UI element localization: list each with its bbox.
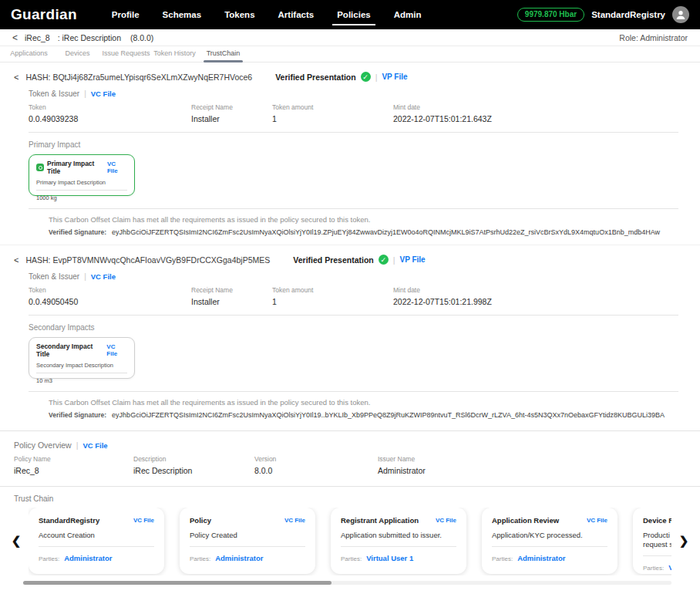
parties-link[interactable]: Administrator (517, 554, 565, 562)
tab-trustchain[interactable]: TrustChain (199, 46, 247, 62)
card-title: Device Re (643, 516, 671, 525)
carousel-right-icon[interactable]: ❯ (678, 532, 690, 549)
divider: | (84, 89, 86, 98)
card-divider (341, 546, 456, 547)
field-label: Receipt Name (191, 286, 272, 294)
tab-token-history[interactable]: Token History (150, 46, 199, 62)
hash-value: BQtJi4j68Zra5umeLYpisqr6SeXLmXZwyNqER7HV… (52, 73, 252, 82)
vc-file-link[interactable]: VC File (436, 517, 456, 524)
policy-overview-heading: Policy Overview (14, 440, 72, 450)
tab-applications[interactable]: Applications (5, 46, 53, 62)
section-divider (29, 208, 678, 209)
tab-issue-requests[interactable]: Issue Requests (102, 46, 150, 62)
trust-chain-card-registrant-application: Registrant Application VC File Applicati… (331, 508, 466, 574)
vc-file-link[interactable]: VC File (107, 160, 127, 174)
impact-card-description: Secondary Impact Description (36, 362, 127, 369)
tab-devices[interactable]: Devices (53, 46, 102, 62)
hash-value: EvpPT8VMNWvqcQhcAFIoavVGyB9FDrCCXGga4bjP… (52, 255, 270, 265)
field-label: Policy Name (14, 455, 133, 463)
field-label: Token amount (272, 286, 393, 294)
signature-value: eyJhbGciOiJFZERTQSIsImI2NCI6ZmFsc2UsImNy… (112, 411, 665, 419)
parties-link[interactable]: Virtual User 1 (366, 554, 413, 562)
impact-heading: Secondary Impacts (29, 323, 700, 332)
impact-heading: Primary Impact (29, 140, 700, 149)
field-label: Token (29, 286, 191, 294)
nav-item-policies[interactable]: Policies (337, 0, 370, 29)
nav-item-profile[interactable]: Profile (112, 0, 140, 29)
field-label: Description (133, 455, 254, 463)
token-issuer-label: Token & Issuer (29, 272, 79, 281)
section-divider (29, 391, 678, 392)
impact-token-icon (36, 164, 44, 171)
nav-item-artifacts[interactable]: Artifacts (278, 0, 315, 29)
card-description: Application/KYC processed. (492, 531, 607, 540)
vc-file-link[interactable]: VC File (106, 343, 127, 357)
field-value: 2022-12-07T15:01:21.643Z (393, 114, 700, 123)
user-avatar-icon (675, 8, 687, 21)
nav-item-schemas[interactable]: Schemas (163, 0, 202, 29)
hbar-balance-badge: 9979.870 Hbar (517, 8, 584, 22)
vp-file-link[interactable]: VP File (399, 255, 425, 264)
parties-link[interactable]: Administrator (215, 554, 263, 562)
hash-label: HASH: EvpPT8VMNWvqcQhcAFIoavVGyB9FDrCCXG… (25, 255, 270, 265)
vc-file-link[interactable]: VC File (284, 517, 305, 524)
back-icon[interactable]: < (12, 32, 18, 43)
nav-item-tokens[interactable]: Tokens (224, 0, 254, 29)
section-divider (29, 315, 678, 316)
hash-collapse-icon[interactable]: < (14, 73, 19, 82)
parties-label: Parties: (341, 555, 362, 562)
divider: | (76, 440, 79, 450)
parties-link[interactable]: V (668, 563, 671, 572)
card-divider (190, 546, 305, 547)
impact-card-value: 1000 kg (36, 194, 127, 201)
verified-signature-label: Verified Signature: (49, 228, 106, 236)
vc-file-link[interactable]: VC File (133, 517, 154, 524)
field-value: 0.0.49039238 (29, 114, 191, 123)
trust-chain-heading: Trust Chain (14, 494, 700, 503)
carousel-left-icon[interactable]: ❮ (10, 532, 22, 549)
trust-chain-card-policy: Policy VC File Policy Created Parties: A… (180, 508, 315, 574)
group-divider (0, 245, 700, 245)
section-divider (0, 430, 700, 431)
vc-file-link[interactable]: VC File (587, 517, 607, 524)
verified-presentation-label: Verified Presentation (293, 255, 373, 265)
breadcrumb-policy-version: (8.0.0) (130, 33, 153, 42)
app-logo[interactable]: Guardian (11, 6, 77, 23)
secondary-impact-card: Secondary Impact Title VC File Secondary… (29, 337, 135, 379)
field-value: Installer (191, 297, 272, 306)
card-divider (492, 546, 607, 547)
scrollbar-thumb[interactable] (23, 581, 331, 585)
field-value: Administrator (378, 466, 700, 475)
nav-item-admin[interactable]: Admin (394, 0, 422, 29)
breadcrumb-policy-name: iRec_8 (25, 33, 50, 42)
impact-card-title: Secondary Impact Title (36, 343, 106, 358)
card-title: Registrant Application (341, 516, 419, 525)
user-avatar[interactable] (672, 6, 689, 23)
field-value: 0.0.49050450 (29, 297, 191, 306)
vc-file-link[interactable]: VC File (91, 89, 116, 98)
vc-file-link[interactable]: VC File (91, 272, 116, 281)
field-label: Mint date (393, 286, 700, 294)
parties-link[interactable]: Administrator (64, 554, 112, 562)
impact-card-title: Primary Impact Title (47, 160, 107, 175)
vp-file-link[interactable]: VP File (382, 73, 407, 81)
hash-label: HASH: BQtJi4j68Zra5umeLYpisqr6SeXLmXZwyN… (25, 73, 252, 82)
token-fields: Token 0.0.49039238 Receipt Name Installe… (29, 103, 700, 124)
hash-collapse-icon[interactable]: < (14, 255, 19, 265)
current-user-name: StandardRegistry (591, 10, 665, 19)
vc-file-link[interactable]: VC File (82, 441, 107, 450)
card-divider (36, 373, 127, 373)
section-divider (29, 132, 678, 133)
field-value: 8.0.0 (254, 466, 378, 475)
signature-value: eyJhbGciOiJFZERTQSIsImI2NCI6ZmFsc2UsImNy… (112, 228, 660, 236)
verified-check-icon: ✓ (361, 72, 371, 82)
claim-text: This Carbon Offset Claim has met all the… (49, 398, 700, 407)
nav-right: 9979.870 Hbar StandardRegistry (517, 6, 689, 23)
parties-label: Parties: (190, 555, 210, 562)
field-value: iRec Description (133, 466, 254, 475)
card-title: Policy (190, 516, 211, 525)
top-nav: Guardian Profile Schemas Tokens Artifact… (0, 0, 700, 29)
verified-presentation-label: Verified Presentation (275, 73, 355, 82)
card-description: Policy Created (190, 531, 305, 540)
primary-impact-card: Primary Impact Title VC File Primary Imp… (29, 154, 135, 196)
